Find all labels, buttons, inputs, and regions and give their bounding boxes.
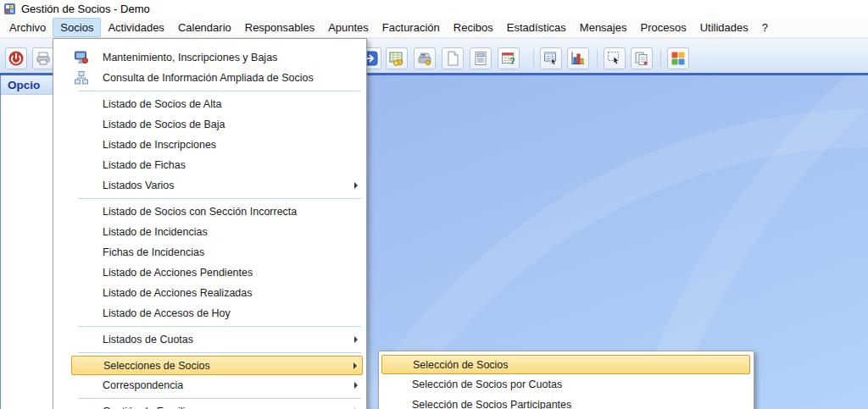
menu-item-label: Selección de Socios Participantes	[412, 399, 571, 409]
power-icon	[8, 50, 25, 67]
menu-item-accesos-hoy[interactable]: Listado de Accesos de Hoy	[71, 303, 363, 323]
new-document-icon	[445, 51, 460, 66]
selecciones-submenu: Selección de Socios Selección de Socios …	[378, 351, 754, 409]
toolbar-button-duplicate[interactable]	[631, 47, 653, 69]
maintenance-icon	[74, 50, 89, 65]
toolbar-separator	[660, 49, 661, 68]
menubar-item-mensajes[interactable]: Mensajes	[573, 18, 634, 37]
toolbar-button-statistics[interactable]	[567, 47, 589, 69]
menu-item-label: Listado de Socios de Baja	[103, 119, 225, 130]
menu-item-fichas-incidencias[interactable]: Fichas de Incidencias	[71, 242, 363, 263]
toolbar-button-modules[interactable]	[667, 47, 689, 69]
menu-item-listado-incidencias[interactable]: Listado de Incidencias	[71, 222, 363, 242]
submenu-item-seleccion-socios[interactable]: Selección de Socios	[381, 355, 750, 374]
svg-text:?: ?	[509, 56, 515, 66]
submenu-item-seleccion-participantes[interactable]: Selección de Socios Participantes	[381, 395, 750, 409]
menu-item-listados-varios[interactable]: Listados Varios	[71, 175, 363, 196]
menu-item-label: Consulta de Información Ampliada de Soci…	[103, 72, 314, 84]
menu-item-mantenimiento[interactable]: Mantenimiento, Inscripciones y Bajas	[71, 47, 363, 68]
submenu-arrow-icon	[354, 336, 358, 343]
toolbar-button-table-select[interactable]	[540, 47, 562, 69]
menu-separator	[78, 326, 361, 327]
toolbar-separator	[533, 49, 534, 68]
menu-separator	[78, 91, 361, 91]
menu-item-consulta-ampliada[interactable]: Consulta de Información Ampliada de Soci…	[71, 68, 363, 88]
menu-item-gestion-familias[interactable]: Gestión de Familias	[71, 401, 363, 409]
toolbar-button-exit[interactable]	[5, 47, 27, 69]
menubar-item-help[interactable]: ?	[755, 18, 775, 37]
menubar-item-facturacion[interactable]: Facturación	[376, 18, 447, 37]
menubar-item-archivo[interactable]: Archivo	[3, 18, 53, 37]
table-search-icon	[543, 51, 559, 66]
menubar-item-estadisticas[interactable]: Estadísticas	[500, 18, 573, 37]
menu-item-acciones-realizadas[interactable]: Listado de Acciones Realizadas	[71, 283, 363, 303]
menu-item-label: Selección de Socios	[413, 359, 509, 371]
toolbar-button-print[interactable]	[32, 47, 54, 69]
menu-bar: Archivo Socios Actividades Calendario Re…	[0, 18, 868, 38]
menubar-item-calendario[interactable]: Calendario	[171, 18, 238, 37]
socios-dropdown-menu: Mantenimiento, Inscripciones y Bajas Con…	[53, 38, 367, 409]
menu-item-label: Fichas de Incidencias	[103, 246, 204, 258]
menu-item-label: Selección de Socios por Cuotas	[412, 379, 562, 390]
menu-item-label: Listado de Fichas	[103, 159, 186, 171]
bar-chart-icon	[570, 51, 586, 66]
printer-icon	[36, 51, 51, 66]
menu-item-label: Listado de Acciones Realizadas	[103, 287, 253, 299]
menu-item-selecciones-socios[interactable]: Selecciones de Socios	[71, 356, 363, 375]
menubar-item-utilidades[interactable]: Utilidades	[693, 18, 755, 37]
menu-item-label: Listado de Socios de Alta	[103, 98, 221, 110]
menu-item-correspondencia[interactable]: Correspondencia	[71, 375, 363, 395]
copy-documents-icon	[634, 51, 649, 66]
menu-item-listados-cuotas[interactable]: Listados de Cuotas	[71, 329, 363, 350]
cash-register-icon	[417, 51, 432, 66]
menu-separator	[78, 198, 361, 199]
calendar-question-icon: ?	[501, 51, 516, 66]
spreadsheet-money-icon	[389, 51, 404, 66]
menu-item-listado-baja[interactable]: Listado de Socios de Baja	[71, 114, 363, 135]
menu-item-label: Listados Varios	[103, 180, 175, 191]
menu-item-listado-fichas[interactable]: Listado de Fichas	[71, 155, 363, 175]
selection-pointer-icon	[607, 51, 622, 66]
window-title: Gestión de Socios - Demo	[21, 3, 150, 15]
app-icon	[3, 3, 17, 16]
submenu-arrow-icon	[353, 362, 357, 369]
menubar-item-recibos[interactable]: Recibos	[447, 18, 500, 37]
menubar-item-procesos[interactable]: Procesos	[633, 18, 693, 37]
menu-item-listado-alta[interactable]: Listado de Socios de Alta	[71, 94, 363, 114]
menu-separator	[78, 352, 361, 353]
menubar-item-responsables[interactable]: Responsables	[238, 18, 321, 37]
menu-item-acciones-pendientes[interactable]: Listado de Acciones Pendientes	[71, 263, 363, 283]
menu-item-label: Listados de Cuotas	[103, 334, 193, 345]
menu-item-label: Listado de Socios con Sección Incorrecta	[103, 206, 297, 218]
submenu-arrow-icon	[354, 182, 358, 189]
submenu-item-seleccion-por-cuotas[interactable]: Selección de Socios por Cuotas	[381, 374, 750, 395]
toolbar-button-calendar-query[interactable]: ?	[498, 47, 520, 69]
menu-item-label: Listado de Acciones Pendientes	[103, 267, 253, 279]
menu-item-label: Gestión de Familias	[103, 406, 196, 409]
menubar-item-apuntes[interactable]: Apuntes	[321, 18, 376, 37]
toolbar-button-cash-register[interactable]	[414, 47, 436, 69]
menubar-item-actividades[interactable]: Actividades	[101, 18, 170, 37]
side-panel-title: Opcio	[8, 79, 40, 91]
color-squares-icon	[670, 51, 686, 66]
toolbar-button-selection[interactable]	[604, 47, 626, 69]
toolbar-separator	[597, 49, 598, 68]
menu-separator	[78, 398, 361, 399]
menubar-item-socios[interactable]: Socios	[53, 18, 101, 37]
toolbar-button-report[interactable]	[470, 47, 492, 69]
toolbar-button-new-document[interactable]	[442, 47, 464, 69]
menu-item-label: Listado de Accesos de Hoy	[103, 307, 231, 319]
submenu-arrow-icon	[354, 382, 358, 389]
menu-item-label: Selecciones de Socios	[103, 360, 210, 372]
toolbar-button-fees-table[interactable]	[386, 47, 408, 69]
menu-item-label: Mantenimiento, Inscripciones y Bajas	[103, 52, 277, 64]
menu-item-label: Listado de Inscripciones	[103, 139, 216, 151]
orgchart-icon	[74, 70, 89, 86]
report-icon	[473, 51, 488, 66]
menu-item-seccion-incorrecta[interactable]: Listado de Socios con Sección Incorrecta	[71, 202, 363, 222]
menu-item-label: Correspondencia	[103, 379, 183, 391]
menu-item-label: Listado de Incidencias	[103, 226, 208, 238]
title-bar: Gestión de Socios - Demo	[0, 0, 868, 18]
menu-item-listado-inscripciones[interactable]: Listado de Inscripciones	[71, 135, 363, 155]
